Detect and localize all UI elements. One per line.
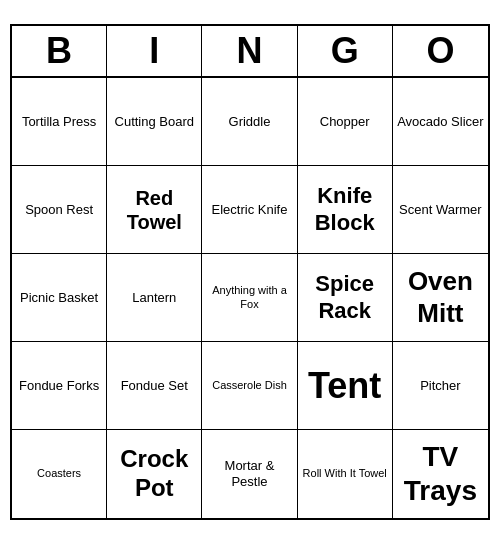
bingo-cell: Pitcher [393,342,488,430]
bingo-cell: Tent [298,342,393,430]
bingo-cell: Knife Block [298,166,393,254]
bingo-cell: Roll With It Towel [298,430,393,518]
bingo-cell: Avocado Slicer [393,78,488,166]
bingo-cell: Picnic Basket [12,254,107,342]
bingo-cell: Griddle [202,78,297,166]
bingo-cell: TV Trays [393,430,488,518]
header-letter: O [393,26,488,76]
bingo-cell: Casserole Dish [202,342,297,430]
bingo-cell: Oven Mitt [393,254,488,342]
bingo-cell: Spice Rack [298,254,393,342]
bingo-cell: Coasters [12,430,107,518]
header-letter: G [298,26,393,76]
bingo-cell: Spoon Rest [12,166,107,254]
bingo-cell: Fondue Set [107,342,202,430]
bingo-cell: Tortilla Press [12,78,107,166]
bingo-cell: Crock Pot [107,430,202,518]
bingo-cell: Lantern [107,254,202,342]
bingo-cell: Fondue Forks [12,342,107,430]
bingo-card: BINGO Tortilla PressCutting BoardGriddle… [10,24,490,520]
bingo-cell: Scent Warmer [393,166,488,254]
header-letter: I [107,26,202,76]
bingo-cell: Electric Knife [202,166,297,254]
bingo-cell: Red Towel [107,166,202,254]
header-letter: B [12,26,107,76]
bingo-cell: Anything with a Fox [202,254,297,342]
bingo-header: BINGO [12,26,488,78]
bingo-grid: Tortilla PressCutting BoardGriddleChoppe… [12,78,488,518]
bingo-cell: Chopper [298,78,393,166]
bingo-cell: Cutting Board [107,78,202,166]
bingo-cell: Mortar & Pestle [202,430,297,518]
header-letter: N [202,26,297,76]
